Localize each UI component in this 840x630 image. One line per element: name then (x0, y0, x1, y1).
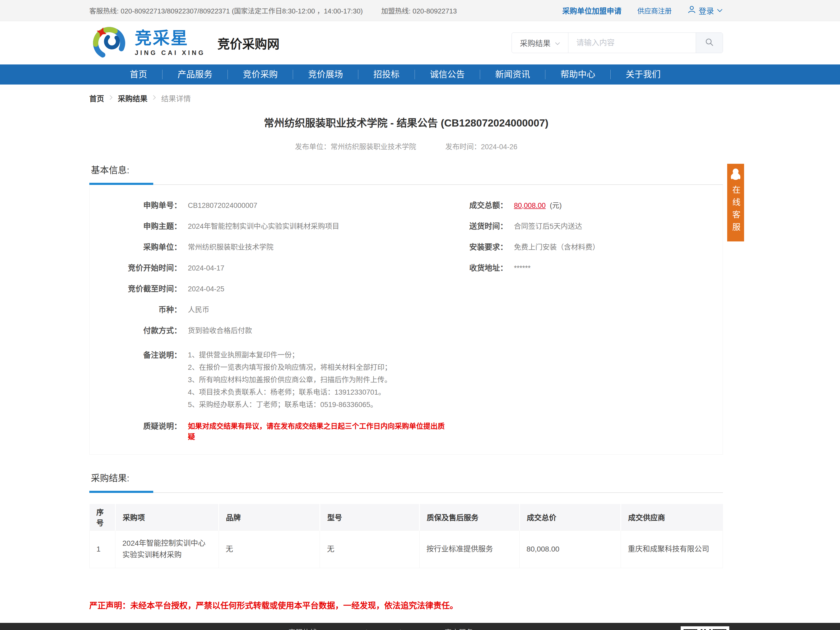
field-label: 收货地址： (449, 263, 508, 273)
field-label: 申购单号： (90, 200, 182, 211)
field-remarks: 备注说明： 1、提供营业执照副本复印件一份； 2、在报价一览表内填写报价及响应情… (90, 350, 449, 412)
field-install: 安装要求： 免费上门安装（含材料费） (449, 242, 723, 263)
col-total-price: 成交总价 (519, 504, 621, 531)
field-address: 收货地址： ****** (449, 263, 723, 284)
footer: 客服热线:020-80922713/80922307/80922371 客户服务… (0, 623, 840, 630)
field-label: 申购主题： (90, 221, 182, 232)
field-value: 免费上门安装（含材料费） (508, 242, 600, 252)
nav-item-integrity[interactable]: 诚信公告 (415, 65, 480, 85)
main-content: 首页 采购结果 结果详情 常州纺织服装职业技术学院 - 结果公告 (CB1280… (89, 93, 723, 611)
qr-code-pattern (684, 629, 726, 630)
field-label: 质疑说明： (90, 421, 182, 432)
table-row: 1 2024年智能控制实训中心实验实训耗材采购 无 无 按行业标准提供服务 80… (90, 531, 723, 568)
col-item: 采购项 (115, 504, 219, 531)
footer-qq: 客户服务QQ: 800180619 (444, 627, 524, 630)
search-bar: 采购结果 (512, 33, 723, 53)
remark-line: 4、项目技术负责联系人：杨老师；联系电话：13912330701。 (188, 387, 392, 397)
footer-hotline: 客服热线:020-80922713/80922307/80922371 (288, 627, 432, 630)
nav-item-home[interactable]: 首页 (115, 65, 162, 85)
service-hotline-text: 客服热线: 020-80922713/80922307/80922371 (国家… (89, 6, 363, 15)
field-purchaser: 采购单位： 常州纺织服装职业技术学院 (90, 242, 449, 263)
field-value: 合同签订后5天内送达 (508, 221, 582, 232)
field-value: ****** (508, 263, 531, 273)
basic-info-heading: 基本信息: (91, 163, 723, 176)
purchaser-apply-link[interactable]: 采购单位加盟申请 (562, 5, 622, 16)
breadcrumb-home[interactable]: 首页 (89, 93, 104, 104)
section-rule (89, 491, 723, 493)
field-value: CB128072024000007 (182, 200, 257, 211)
field-label: 备注说明： (90, 350, 182, 361)
result-section: 采购结果: 序号 采购项 品牌 型号 质保及售后服务 成交总价 成交供应商 (89, 471, 723, 568)
field-value: 常州纺织服装职业技术学院 (182, 242, 273, 252)
field-subject: 申购主题： 2024年智能控制实训中心实验实训耗材采购项目 (90, 221, 449, 242)
nav-item-tender[interactable]: 招投标 (358, 65, 415, 85)
nav-item-news[interactable]: 新闻资讯 (480, 65, 545, 85)
cell-warranty: 按行业标准提供服务 (419, 531, 519, 568)
nav-item-products[interactable]: 产品服务 (163, 65, 227, 85)
search-button[interactable] (696, 33, 723, 53)
field-payment: 付款方式： 货到验收合格后付款 (90, 325, 449, 346)
amount-unit: (元) (550, 202, 562, 209)
search-icon (705, 38, 714, 48)
field-value: 货到验收合格后付款 (182, 325, 252, 336)
login-button[interactable]: 登录 (688, 5, 723, 16)
chevron-down-icon (555, 39, 560, 47)
field-start-time: 竞价开始时间： 2024-04-17 (90, 263, 449, 284)
cell-model: 无 (320, 531, 419, 568)
logo-cn-text: 竞采星 (135, 30, 205, 46)
field-value: 2024-04-17 (182, 263, 224, 273)
result-heading: 采购结果: (91, 471, 723, 484)
breadcrumb-current: 结果详情 (161, 93, 191, 104)
field-value: 2024年智能控制实训中心实验实训耗材采购项目 (182, 221, 339, 232)
col-model: 型号 (320, 504, 419, 531)
nav-item-bidding[interactable]: 竞价采购 (228, 65, 293, 85)
table-header-row: 序号 采购项 品牌 型号 质保及售后服务 成交总价 成交供应商 (90, 504, 723, 531)
field-value: 2024-04-25 (182, 284, 224, 294)
remark-line: 2、在报价一览表内填写报价及响应情况，将相关材料全部打印； (188, 362, 392, 372)
logo-swirl-icon (89, 22, 129, 63)
field-dispute: 质疑说明： 如果对成交结果有异议，请在发布成交结果之日起三个工作日内向采购单位提… (90, 421, 449, 442)
qr-code (681, 626, 729, 630)
site-header: 竞采星 JING CAI XING 竞价采购网 采购结果 (0, 21, 840, 65)
chevron-right-icon (152, 94, 156, 102)
cell-brand: 无 (218, 531, 320, 568)
col-brand: 品牌 (218, 504, 320, 531)
search-input[interactable] (568, 33, 696, 53)
field-label: 竞价截至时间： (90, 284, 182, 294)
user-icon (688, 5, 696, 16)
field-value: 人民币 (182, 305, 209, 315)
field-delivery-time: 送货时间： 合同签订后5天内送达 (449, 221, 723, 242)
nav-item-exhibition[interactable]: 竞价展场 (293, 65, 358, 85)
remark-line: 1、提供营业执照副本复印件一份； (188, 350, 392, 360)
field-total-amount: 成交总额： 80,008.00 (元) (449, 200, 723, 221)
join-hotline-text: 加盟热线: 020-80922713 (381, 6, 457, 15)
section-rule (89, 183, 723, 185)
breadcrumb-results[interactable]: 采购结果 (118, 93, 147, 104)
site-logo[interactable]: 竞采星 JING CAI XING (89, 22, 205, 63)
page-subtitle: 发布单位：常州纺织服装职业技术学院 发布时间：2024-04-26 (89, 141, 723, 151)
field-currency: 币种： 人民币 (90, 305, 449, 325)
cell-total-price: 80,008.00 (519, 531, 621, 568)
field-order-no: 申购单号： CB128072024000007 (90, 200, 449, 221)
field-label: 币种： (90, 305, 182, 315)
field-label: 安装要求： (449, 242, 508, 252)
dispute-text: 如果对成交结果有异议，请在发布成交结果之日起三个工作日内向采购单位提出质疑 (182, 421, 449, 442)
top-bar: 客服热线: 020-80922713/80922307/80922371 (国家… (0, 0, 840, 21)
remark-line: 3、所有响应材料均加盖报价供应商公章，扫描后作为附件上传。 (188, 375, 392, 385)
supplier-register-link[interactable]: 供应商注册 (637, 6, 672, 15)
result-table: 序号 采购项 品牌 型号 质保及售后服务 成交总价 成交供应商 1 2024年智… (89, 504, 723, 568)
login-label: 登录 (699, 5, 714, 16)
remark-line: 5、采购经办联系人：丁老师；联系电话：0519-86336065。 (188, 400, 392, 410)
cell-item: 2024年智能控制实训中心实验实训耗材采购 (115, 531, 219, 568)
deal-amount-link[interactable]: 80,008.00 (514, 202, 546, 209)
chevron-down-icon (717, 6, 723, 15)
breadcrumb: 首页 采购结果 结果详情 (89, 93, 723, 104)
nav-item-help[interactable]: 帮助中心 (545, 65, 610, 85)
nav-item-about[interactable]: 关于我们 (611, 65, 676, 85)
search-category-select[interactable]: 采购结果 (512, 33, 568, 53)
col-warranty: 质保及售后服务 (419, 504, 519, 531)
page-title: 常州纺织服装职业技术学院 - 结果公告 (CB128072024000007) (89, 115, 723, 129)
online-service-widget[interactable]: 在线客服 (727, 164, 744, 241)
site-name: 竞价采购网 (218, 34, 279, 52)
publisher-text: 发布单位：常州纺织服装职业技术学院 (295, 141, 416, 151)
